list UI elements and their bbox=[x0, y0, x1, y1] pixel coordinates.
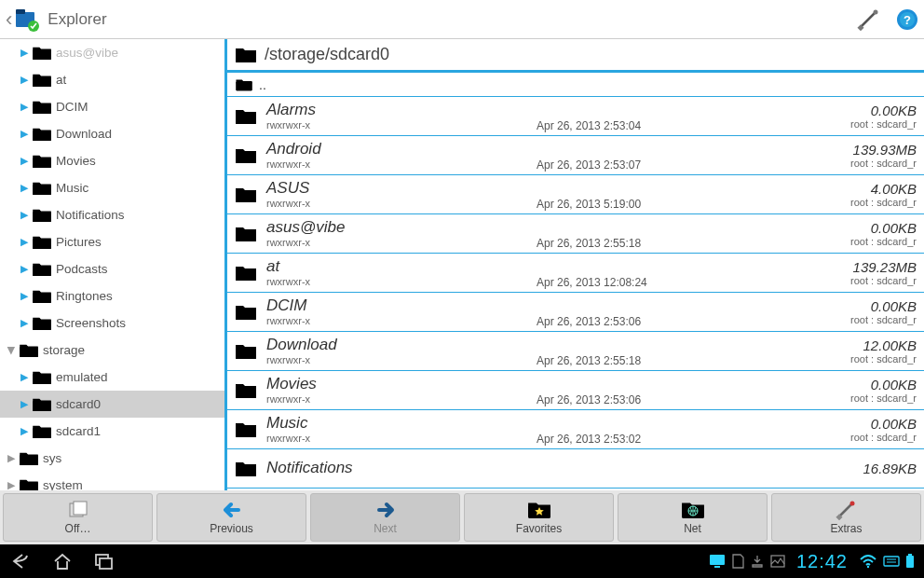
tree-item[interactable]: ▶asus@vibe bbox=[0, 39, 224, 66]
app-icon[interactable] bbox=[14, 7, 40, 33]
extras-button[interactable]: Extras bbox=[771, 493, 921, 542]
sidebar-tree[interactable]: ▶asus@vibe▶at▶DCIM▶Download▶Movies▶Music… bbox=[0, 39, 227, 490]
back-chevron-icon[interactable]: ‹ bbox=[6, 7, 12, 32]
folder-icon bbox=[32, 316, 52, 331]
file-owner: root : sdcard_r bbox=[850, 353, 917, 365]
tree-item-label: Notifications bbox=[56, 208, 125, 222]
chevron-down-icon[interactable]: ▶ bbox=[6, 345, 18, 356]
file-row[interactable]: DCIMrwxrwxr-xApr 26, 2013 2:53:060.00KBr… bbox=[227, 293, 924, 332]
tree-item[interactable]: ▶Podcasts bbox=[0, 255, 224, 282]
chevron-right-icon[interactable]: ▶ bbox=[19, 425, 30, 437]
svg-point-3 bbox=[874, 9, 878, 14]
back-icon[interactable] bbox=[9, 552, 32, 571]
tree-item-label: system bbox=[43, 478, 83, 490]
sd-icon bbox=[731, 554, 744, 569]
off-button[interactable]: Off… bbox=[3, 493, 153, 542]
tree-item[interactable]: ▶storage bbox=[0, 337, 224, 364]
toolbar-label: Extras bbox=[830, 522, 862, 535]
tree-item-label: DCIM bbox=[56, 100, 88, 114]
tree-item-label: Music bbox=[56, 181, 88, 195]
tree-item[interactable]: ▶sdcard0 bbox=[0, 391, 224, 418]
chevron-right-icon[interactable]: ▶ bbox=[19, 290, 30, 302]
svg-rect-22 bbox=[906, 556, 914, 568]
folder-icon bbox=[235, 78, 253, 91]
chevron-right-icon[interactable]: ▶ bbox=[6, 479, 17, 490]
svg-rect-19 bbox=[884, 557, 899, 566]
folder-icon bbox=[32, 262, 52, 277]
bottom-toolbar: Off…PreviousNextFavoritesNetExtras bbox=[0, 490, 924, 544]
folder-icon bbox=[19, 478, 39, 491]
chevron-right-icon[interactable]: ▶ bbox=[19, 155, 30, 167]
file-row[interactable]: Musicrwxrwxr-xApr 26, 2013 2:53:020.00KB… bbox=[227, 410, 924, 449]
monitor-icon bbox=[709, 554, 726, 569]
chevron-right-icon[interactable]: ▶ bbox=[6, 452, 17, 464]
tree-item[interactable]: ▶emulated bbox=[0, 364, 224, 391]
chevron-right-icon[interactable]: ▶ bbox=[19, 182, 30, 194]
folder-icon bbox=[235, 108, 257, 125]
folder-icon bbox=[235, 343, 257, 360]
file-name: ASUS bbox=[266, 180, 537, 198]
current-path: /storage/sdcard0 bbox=[265, 45, 389, 64]
svg-rect-15 bbox=[710, 555, 725, 565]
chevron-right-icon[interactable]: ▶ bbox=[19, 47, 30, 59]
fav-button[interactable]: Favorites bbox=[464, 493, 614, 542]
up-label: .. bbox=[259, 77, 266, 92]
chevron-right-icon[interactable]: ▶ bbox=[19, 128, 30, 140]
folder-icon bbox=[32, 46, 52, 61]
tree-item[interactable]: ▶DCIM bbox=[0, 93, 224, 120]
chevron-right-icon[interactable]: ▶ bbox=[19, 263, 30, 275]
chevron-right-icon[interactable]: ▶ bbox=[19, 74, 30, 86]
chevron-right-icon[interactable]: ▶ bbox=[19, 398, 30, 410]
chevron-right-icon[interactable]: ▶ bbox=[19, 317, 30, 329]
file-owner: root : sdcard_r bbox=[850, 118, 917, 130]
tools-icon[interactable] bbox=[857, 8, 879, 31]
home-icon[interactable] bbox=[52, 552, 73, 571]
svg-rect-1 bbox=[16, 9, 25, 14]
tree-item[interactable]: ▶Notifications bbox=[0, 201, 224, 228]
file-date: Apr 26, 2013 2:53:04 bbox=[537, 119, 850, 135]
file-row[interactable]: Downloadrwxrwxr-xApr 26, 2013 2:55:1812.… bbox=[227, 332, 924, 371]
file-row[interactable]: asus@viberwxrwxr-xApr 26, 2013 2:55:180.… bbox=[227, 214, 924, 254]
tree-item[interactable]: ▶Download bbox=[0, 120, 224, 147]
parent-dir-row[interactable]: .. bbox=[227, 73, 924, 97]
chevron-right-icon[interactable]: ▶ bbox=[19, 209, 30, 221]
file-list[interactable]: Alarmsrwxrwxr-xApr 26, 2013 2:53:040.00K… bbox=[227, 97, 924, 490]
file-permissions: rwxrwxr-x bbox=[266, 393, 537, 405]
file-date: Apr 26, 2013 2:53:07 bbox=[537, 158, 850, 174]
folder-icon bbox=[32, 424, 52, 439]
recent-apps-icon[interactable] bbox=[93, 552, 116, 571]
folder-icon bbox=[32, 235, 52, 250]
file-date: Apr 26, 2013 2:53:02 bbox=[537, 433, 850, 448]
tree-item[interactable]: ▶at bbox=[0, 66, 224, 93]
help-icon[interactable]: ? bbox=[896, 8, 918, 31]
tree-item-label: storage bbox=[43, 343, 85, 357]
file-name: Movies bbox=[266, 376, 537, 393]
tree-item[interactable]: ▶sdcard1 bbox=[0, 418, 224, 445]
file-row[interactable]: Androidrwxrwxr-xApr 26, 2013 2:53:07139.… bbox=[227, 136, 924, 175]
folder-icon bbox=[235, 226, 257, 242]
net-button[interactable]: Net bbox=[618, 493, 768, 542]
tree-item[interactable]: ▶Movies bbox=[0, 147, 224, 174]
chevron-right-icon[interactable]: ▶ bbox=[19, 371, 30, 383]
file-row[interactable]: Alarmsrwxrwxr-xApr 26, 2013 2:53:040.00K… bbox=[227, 97, 924, 136]
file-size: 0.00KB bbox=[871, 298, 917, 314]
file-row[interactable]: ASUSrwxrwxr-xApr 26, 2013 5:19:004.00KBr… bbox=[227, 175, 924, 214]
tree-item[interactable]: ▶Ringtones bbox=[0, 282, 224, 310]
file-row[interactable]: Moviesrwxrwxr-xApr 26, 2013 2:53:060.00K… bbox=[227, 371, 924, 410]
tree-item[interactable]: ▶Screenshots bbox=[0, 310, 224, 337]
chevron-right-icon[interactable]: ▶ bbox=[19, 101, 30, 113]
tree-item[interactable]: ▶sys bbox=[0, 445, 224, 472]
chevron-right-icon[interactable]: ▶ bbox=[19, 236, 30, 248]
file-name: Music bbox=[266, 415, 537, 433]
path-bar[interactable]: /storage/sdcard0 bbox=[227, 39, 924, 73]
file-size: 0.00KB bbox=[871, 416, 917, 432]
file-owner: root : sdcard_r bbox=[850, 275, 917, 286]
file-row[interactable]: atrwxrwxr-xApr 26, 2013 12:08:24139.23MB… bbox=[227, 254, 924, 293]
file-owner: root : sdcard_r bbox=[850, 432, 917, 443]
prev-button[interactable]: Previous bbox=[156, 493, 306, 542]
tree-item[interactable]: ▶Pictures bbox=[0, 228, 224, 255]
file-name: Android bbox=[266, 141, 537, 158]
file-row[interactable]: Notifications16.89KB bbox=[227, 449, 924, 489]
tree-item[interactable]: ▶Music bbox=[0, 174, 224, 201]
tree-item[interactable]: ▶system bbox=[0, 472, 224, 490]
